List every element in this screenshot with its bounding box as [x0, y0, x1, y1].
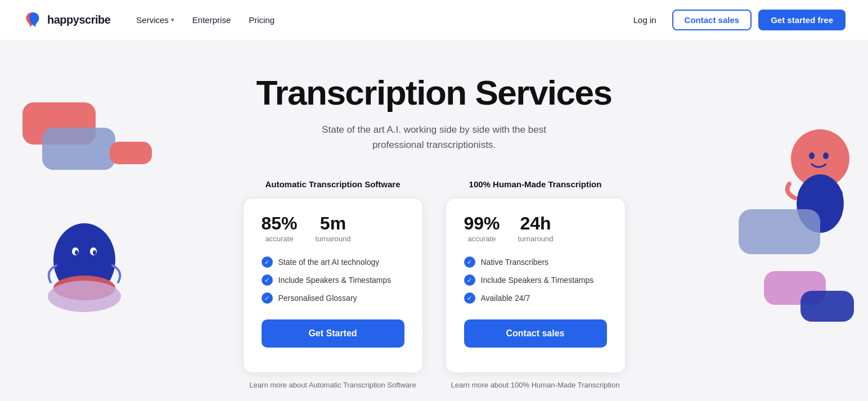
svg-point-12 — [823, 152, 829, 159]
contact-sales-button[interactable]: Contact sales — [672, 10, 752, 30]
nav-actions: Log in Contact sales Get started free — [624, 10, 845, 30]
nav-pricing[interactable]: Pricing — [241, 11, 282, 29]
human-accuracy-stat: 99% accurate — [464, 214, 500, 243]
svg-rect-2 — [110, 142, 152, 164]
human-learn-more[interactable]: Learn more about 100% Human-Made Transcr… — [451, 381, 620, 389]
human-features-list: ✓ Native Transcribers ✓ Include Speakers… — [464, 256, 607, 304]
human-accuracy-label: accurate — [468, 235, 496, 243]
human-feature-2: ✓ Include Speakers & Timestamps — [464, 274, 607, 286]
auto-stats: 85% accurate 5m turnaround — [262, 214, 404, 243]
human-stats: 99% accurate 24h turnaround — [464, 214, 607, 243]
auto-accuracy-value: 85% — [262, 214, 298, 232]
get-started-button[interactable]: Get started free — [758, 10, 845, 30]
hero-subtitle: State of the art A.I. working side by si… — [316, 122, 552, 152]
check-icon-1: ✓ — [262, 256, 273, 268]
auto-feature-2: ✓ Include Speakers & Timestamps — [262, 274, 404, 286]
auto-accuracy-stat: 85% accurate — [262, 214, 298, 243]
auto-feature-3: ✓ Personalised Glossary — [262, 292, 404, 304]
login-link[interactable]: Log in — [624, 11, 665, 29]
nav-links: Services ▾ Enterprise Pricing — [128, 11, 624, 29]
chevron-down-icon: ▾ — [171, 16, 174, 24]
human-turnaround-label: turnaround — [518, 235, 554, 243]
human-feature-3: ✓ Available 24/7 — [464, 292, 607, 304]
auto-get-started-button[interactable]: Get Started — [262, 319, 404, 348]
human-turnaround-stat: 24h turnaround — [518, 214, 554, 243]
human-transcription-column: 100% Human-Made Transcription 99% accura… — [446, 179, 626, 389]
auto-transcription-column: Automatic Transcription Software 85% acc… — [243, 179, 423, 389]
main-content: Transcription Services State of the art … — [0, 40, 868, 401]
auto-turnaround-label: turnaround — [316, 235, 351, 243]
auto-accuracy-label: accurate — [266, 235, 294, 243]
logo-text: happyscribe — [47, 13, 110, 26]
human-accuracy-value: 99% — [464, 214, 500, 232]
auto-feature-1: ✓ State of the art AI technology — [262, 256, 404, 268]
logo-link[interactable]: happyscribe — [23, 10, 110, 30]
auto-turnaround-value: 5m — [320, 214, 346, 232]
nav-enterprise[interactable]: Enterprise — [185, 11, 239, 29]
navbar: happyscribe Services ▾ Enterprise Pricin… — [0, 0, 868, 40]
auto-turnaround-stat: 5m turnaround — [316, 214, 351, 243]
auto-features-list: ✓ State of the art AI technology ✓ Inclu… — [262, 256, 404, 304]
human-contact-sales-button[interactable]: Contact sales — [464, 319, 607, 348]
service-cards: Automatic Transcription Software 85% acc… — [11, 179, 857, 389]
svg-point-11 — [809, 152, 815, 159]
check-icon-3: ✓ — [262, 292, 273, 304]
check-icon-4: ✓ — [464, 256, 475, 268]
logo-icon — [23, 10, 43, 30]
nav-services[interactable]: Services ▾ — [128, 11, 182, 29]
human-turnaround-value: 24h — [520, 214, 551, 232]
check-icon-5: ✓ — [464, 274, 475, 286]
svg-rect-1 — [42, 128, 115, 170]
human-transcription-card: 99% accurate 24h turnaround ✓ Native Tra… — [446, 198, 626, 373]
human-column-title: 100% Human-Made Transcription — [469, 179, 602, 189]
auto-column-title: Automatic Transcription Software — [265, 179, 400, 189]
auto-transcription-card: 85% accurate 5m turnaround ✓ State of th… — [243, 198, 423, 373]
hero-section: Transcription Services State of the art … — [0, 40, 868, 401]
check-icon-6: ✓ — [464, 292, 475, 304]
human-feature-1: ✓ Native Transcribers — [464, 256, 607, 268]
check-icon-2: ✓ — [262, 274, 273, 286]
auto-learn-more[interactable]: Learn more about Automatic Transcription… — [249, 381, 416, 389]
